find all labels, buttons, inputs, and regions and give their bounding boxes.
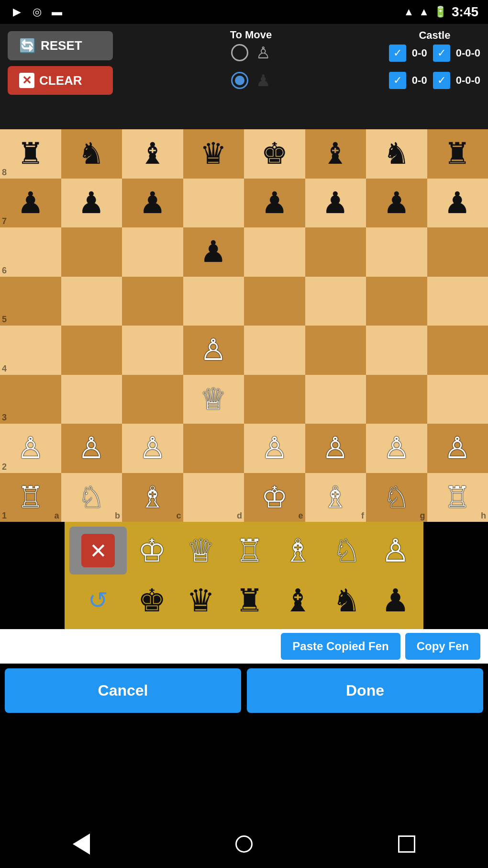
cell-1-d[interactable]: d	[183, 473, 244, 522]
white-castle-kingside-checkbox[interactable]: ✓	[389, 45, 406, 62]
cell-7-f[interactable]: ♟	[305, 179, 366, 228]
cell-2-f[interactable]: ♙	[305, 424, 366, 473]
piece-black-8-g[interactable]: ♞	[383, 139, 410, 169]
cell-2-g[interactable]: ♙	[366, 424, 427, 473]
cell-2-d[interactable]	[183, 424, 244, 473]
cell-3-a[interactable]: 3	[0, 375, 61, 424]
cell-1-h[interactable]: h♖	[427, 473, 488, 522]
cell-1-a[interactable]: 1a♖	[0, 473, 61, 522]
picker-white-rook[interactable]: ♖	[226, 527, 273, 575]
piece-black-7-g[interactable]: ♟	[383, 188, 410, 218]
cell-6-a[interactable]: 6	[0, 227, 61, 277]
picker-black-queen[interactable]: ♛	[177, 576, 224, 624]
cell-6-b[interactable]	[61, 227, 122, 277]
cell-6-d[interactable]: ♟	[183, 227, 244, 277]
cell-4-f[interactable]	[305, 326, 366, 375]
piece-black-8-e[interactable]: ♚	[261, 139, 288, 169]
back-button[interactable]	[67, 830, 96, 858]
cell-2-b[interactable]: ♙	[61, 424, 122, 473]
cell-5-g[interactable]	[366, 277, 427, 326]
cell-3-b[interactable]	[61, 375, 122, 424]
white-castle-queenside-checkbox[interactable]: ✓	[433, 45, 450, 62]
piece-white-1-b[interactable]: ♘	[78, 483, 105, 512]
piece-black-6-d[interactable]: ♟	[200, 237, 227, 267]
cell-5-a[interactable]: 5	[0, 277, 61, 326]
piece-white-1-g[interactable]: ♘	[383, 483, 410, 512]
piece-white-2-c[interactable]: ♙	[139, 433, 166, 463]
cell-8-f[interactable]: ♝	[305, 129, 366, 179]
cell-1-g[interactable]: g♘	[366, 473, 427, 522]
cell-2-h[interactable]: ♙	[427, 424, 488, 473]
copy-fen-button[interactable]: Copy Fen	[405, 633, 480, 660]
home-button[interactable]	[230, 830, 258, 858]
piece-white-3-d[interactable]: ♕	[200, 384, 227, 414]
recents-button[interactable]	[392, 830, 421, 858]
cell-8-a[interactable]: 8♜	[0, 129, 61, 179]
cell-7-d[interactable]	[183, 179, 244, 228]
cell-3-h[interactable]	[427, 375, 488, 424]
piece-black-7-h[interactable]: ♟	[444, 188, 471, 218]
cell-8-h[interactable]: ♜	[427, 129, 488, 179]
piece-black-8-h[interactable]: ♜	[444, 139, 471, 169]
piece-white-4-d[interactable]: ♙	[200, 335, 227, 365]
cell-4-d[interactable]: ♙	[183, 326, 244, 375]
cell-5-b[interactable]	[61, 277, 122, 326]
cell-7-g[interactable]: ♟	[366, 179, 427, 228]
cell-3-c[interactable]	[122, 375, 183, 424]
cancel-button[interactable]: Cancel	[5, 668, 241, 713]
piece-white-2-e[interactable]: ♙	[261, 433, 288, 463]
cell-4-e[interactable]	[244, 326, 305, 375]
cell-3-e[interactable]	[244, 375, 305, 424]
clear-button[interactable]: ✕ CLEAR	[8, 66, 113, 95]
reset-button[interactable]: 🔄 RESET	[8, 31, 113, 60]
picker-white-king[interactable]: ♔	[129, 527, 176, 575]
picker-delete-button[interactable]: ✕	[69, 527, 127, 575]
piece-black-8-c[interactable]: ♝	[139, 139, 166, 169]
cell-2-c[interactable]: ♙	[122, 424, 183, 473]
picker-refresh-button[interactable]: ↺	[69, 576, 127, 624]
piece-white-2-b[interactable]: ♙	[78, 433, 105, 463]
cell-1-b[interactable]: b♘	[61, 473, 122, 522]
cell-8-d[interactable]: ♛	[183, 129, 244, 179]
cell-4-a[interactable]: 4	[0, 326, 61, 375]
cell-5-d[interactable]	[183, 277, 244, 326]
piece-black-8-d[interactable]: ♛	[200, 139, 227, 169]
cell-7-c[interactable]: ♟	[122, 179, 183, 228]
picker-black-pawn[interactable]: ♟	[372, 576, 419, 624]
black-radio[interactable]	[231, 72, 248, 89]
picker-black-rook[interactable]: ♜	[226, 576, 273, 624]
cell-3-g[interactable]	[366, 375, 427, 424]
cell-7-b[interactable]: ♟	[61, 179, 122, 228]
piece-white-1-e[interactable]: ♔	[261, 483, 288, 512]
cell-8-c[interactable]: ♝	[122, 129, 183, 179]
cell-6-h[interactable]	[427, 227, 488, 277]
cell-7-h[interactable]: ♟	[427, 179, 488, 228]
cell-7-a[interactable]: 7♟	[0, 179, 61, 228]
cell-5-f[interactable]	[305, 277, 366, 326]
cell-3-f[interactable]	[305, 375, 366, 424]
cell-4-g[interactable]	[366, 326, 427, 375]
piece-black-7-a[interactable]: ♟	[17, 188, 44, 218]
picker-black-king[interactable]: ♚	[129, 576, 176, 624]
piece-black-7-e[interactable]: ♟	[261, 188, 288, 218]
done-button[interactable]: Done	[247, 668, 483, 713]
piece-black-7-b[interactable]: ♟	[78, 188, 105, 218]
picker-black-knight[interactable]: ♞	[323, 576, 370, 624]
cell-5-h[interactable]	[427, 277, 488, 326]
piece-white-1-h[interactable]: ♖	[444, 483, 471, 512]
cell-8-b[interactable]: ♞	[61, 129, 122, 179]
cell-6-e[interactable]	[244, 227, 305, 277]
cell-2-a[interactable]: 2♙	[0, 424, 61, 473]
piece-white-1-f[interactable]: ♗	[322, 483, 349, 512]
piece-white-2-h[interactable]: ♙	[444, 433, 471, 463]
piece-white-1-c[interactable]: ♗	[139, 483, 166, 512]
cell-5-e[interactable]	[244, 277, 305, 326]
cell-4-h[interactable]	[427, 326, 488, 375]
white-radio[interactable]	[231, 44, 248, 61]
picker-white-knight[interactable]: ♘	[323, 527, 370, 575]
cell-4-b[interactable]	[61, 326, 122, 375]
cell-1-f[interactable]: f♗	[305, 473, 366, 522]
paste-copied-fen-button[interactable]: Paste Copied Fen	[281, 633, 400, 660]
piece-black-8-b[interactable]: ♞	[78, 139, 105, 169]
piece-black-8-a[interactable]: ♜	[17, 139, 44, 169]
